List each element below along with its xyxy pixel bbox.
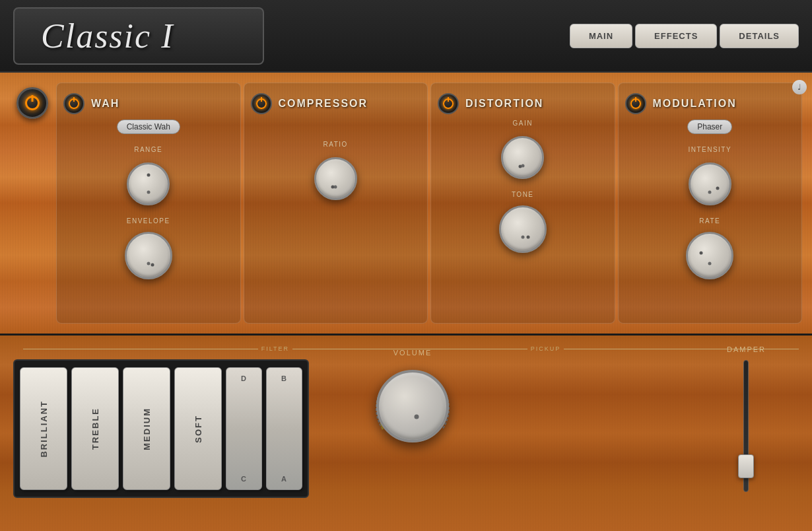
compressor-header: COMPRESSOR	[251, 93, 421, 114]
distortion-tone-label: TONE	[512, 191, 534, 198]
effects-panel: WAH Classic Wah RANGE ENVELOPE	[0, 73, 812, 334]
filter-btn-medium-label: MEDIUM	[142, 407, 152, 450]
wah-envelope-knob[interactable]	[125, 232, 172, 279]
distortion-power-icon	[443, 98, 454, 109]
filter-left-line	[23, 349, 258, 349]
wah-range-knob[interactable]	[127, 162, 170, 205]
distortion-gain-dot	[518, 164, 522, 168]
distortion-tone-container: TONE	[438, 191, 608, 257]
distortion-gain-knob[interactable]	[501, 136, 544, 179]
wah-range-knob-wrapper	[120, 156, 176, 212]
modulation-preset-wrapper: Phaser	[625, 120, 795, 141]
wah-range-dot	[147, 173, 150, 176]
distortion-gain-label: GAIN	[513, 120, 533, 127]
header: Classic I MAIN EFFECTS DETAILS	[0, 0, 812, 73]
wah-range-label: RANGE	[134, 146, 162, 153]
filter-btn-soft-label: SOFT	[193, 415, 203, 443]
damper-label: DAMPER	[727, 345, 766, 353]
modulation-rate-container: RATE ♩	[625, 217, 795, 283]
wah-envelope-container: ENVELOPE	[63, 217, 234, 283]
filter-btn-brilliant[interactable]: BRILLIANT	[20, 367, 67, 490]
distortion-section: DISTORTION GAIN TONE	[430, 83, 615, 324]
wah-envelope-knob-wrapper	[120, 227, 176, 283]
filter-btn-brilliant-label: BRILLIANT	[39, 400, 49, 458]
wah-envelope-dot	[151, 263, 154, 266]
damper-slider-track[interactable]	[743, 360, 749, 492]
main-button[interactable]: MAIN	[570, 24, 632, 48]
filter-label: FILTER	[261, 345, 289, 352]
modulation-section: MODULATION Phaser INTENSITY RATE ♩	[618, 83, 803, 324]
wah-preset-dropdown[interactable]: Classic Wah	[117, 120, 180, 134]
pickup-label: PICKUP	[531, 345, 561, 352]
distortion-power-button[interactable]	[438, 93, 459, 114]
modulation-rate-dot	[700, 251, 703, 254]
volume-label: VOLUME	[393, 349, 432, 357]
app-title: Classic I	[41, 17, 174, 55]
modulation-title: MODULATION	[653, 98, 737, 110]
modulation-intensity-label: INTENSITY	[688, 146, 731, 153]
compressor-section: COMPRESSOR RATIO	[244, 83, 428, 324]
modulation-power-icon	[630, 98, 641, 109]
modulation-rate-knob[interactable]	[686, 232, 733, 279]
distortion-title: DISTORTION	[465, 98, 543, 110]
damper-section: DAMPER	[727, 345, 766, 492]
compressor-ratio-knob-wrapper	[308, 151, 364, 207]
filter-btn-medium[interactable]: MEDIUM	[123, 367, 170, 490]
effects-sections: WAH Classic Wah RANGE ENVELOPE	[56, 83, 802, 324]
power-icon	[25, 96, 40, 110]
modulation-intensity-knob-wrapper	[682, 156, 738, 212]
bottom-panel: FILTER PICKUP BRILLIANT TREBLE MEDIUM SO…	[0, 334, 812, 531]
compressor-ratio-label: RATIO	[323, 141, 348, 148]
button-grid: BRILLIANT TREBLE MEDIUM SOFT D C B A	[13, 359, 309, 498]
pickup-btn-dc[interactable]: D C	[226, 367, 262, 490]
pickup-btn-dc-top: D	[241, 374, 247, 382]
compressor-ratio-knob[interactable]	[314, 157, 357, 200]
filter-btn-treble-label: TREBLE	[90, 407, 100, 450]
pickup-btn-ba-bottom: A	[281, 475, 287, 483]
distortion-header: DISTORTION	[438, 93, 608, 114]
compressor-power-icon	[256, 98, 267, 109]
distortion-tone-knob-wrapper	[494, 201, 551, 257]
compressor-power-button[interactable]	[251, 93, 272, 114]
distortion-tone-knob[interactable]	[499, 205, 547, 253]
filter-btn-treble[interactable]: TREBLE	[71, 367, 119, 490]
modulation-preset-dropdown[interactable]: Phaser	[687, 120, 732, 134]
wah-section: WAH Classic Wah RANGE ENVELOPE	[56, 83, 241, 324]
global-power-button[interactable]	[17, 87, 48, 119]
modulation-power-button[interactable]	[625, 93, 646, 114]
effects-button[interactable]: EFFECTS	[635, 24, 717, 48]
pickup-btn-ba-top: B	[281, 374, 287, 382]
distortion-tone-dot	[526, 235, 529, 238]
modulation-rate-label: RATE	[699, 217, 720, 225]
wah-power-icon	[69, 98, 79, 109]
pickup-btn-dc-bottom: C	[241, 475, 247, 483]
damper-slider-thumb[interactable]	[738, 454, 754, 478]
distortion-gain-container: GAIN	[438, 120, 608, 186]
wah-power-button[interactable]	[63, 93, 85, 114]
volume-knob[interactable]	[376, 370, 449, 442]
note-icon[interactable]: ♩	[792, 80, 807, 94]
distortion-gain-knob-wrapper	[494, 129, 551, 186]
wah-range-container: RANGE	[63, 146, 234, 212]
wah-header: WAH	[63, 93, 234, 114]
wah-envelope-label: ENVELOPE	[127, 217, 170, 225]
modulation-intensity-knob[interactable]	[689, 162, 731, 205]
modulation-rate-knob-wrapper	[682, 227, 738, 283]
compressor-ratio-dot	[331, 185, 335, 188]
filter-btn-soft[interactable]: SOFT	[174, 367, 222, 490]
wah-preset-wrapper: Classic Wah	[63, 120, 234, 141]
pickup-btn-ba[interactable]: B A	[266, 367, 302, 490]
modulation-intensity-container: INTENSITY	[625, 146, 795, 212]
nav-buttons: MAIN EFFECTS DETAILS	[570, 24, 799, 48]
wah-title: WAH	[91, 98, 119, 110]
modulation-header: MODULATION	[625, 93, 795, 114]
title-box: Classic I	[13, 7, 264, 65]
details-button[interactable]: DETAILS	[720, 24, 799, 48]
compressor-ratio-container: RATIO	[251, 141, 421, 207]
modulation-intensity-dot	[716, 186, 720, 190]
volume-section: VOLUME	[370, 349, 456, 449]
compressor-title: COMPRESSOR	[279, 98, 368, 110]
